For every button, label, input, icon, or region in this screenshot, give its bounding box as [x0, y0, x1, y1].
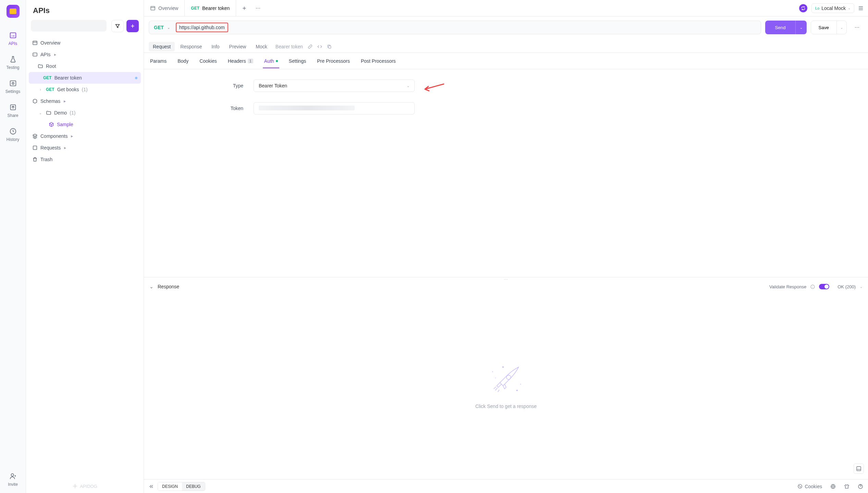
method-select[interactable]: GET ⌄	[149, 25, 175, 30]
panel-layout-button[interactable]	[854, 464, 864, 474]
search-input[interactable]	[31, 20, 107, 32]
conf-cookies[interactable]: Cookies	[198, 54, 218, 68]
help-button[interactable]	[858, 484, 863, 489]
token-redacted	[259, 106, 355, 110]
conf-headers[interactable]: Headers 1	[227, 54, 255, 68]
tab-bearer-token[interactable]: GET Bearer token	[185, 0, 236, 16]
sync-badge[interactable]	[799, 4, 807, 12]
tree-bearer-token[interactable]: GET Bearer token	[29, 72, 141, 84]
rail-settings[interactable]: Settings	[0, 76, 26, 100]
svg-point-2	[12, 82, 14, 84]
auth-type-select[interactable]: Bearer Token ⌄	[254, 80, 415, 92]
subtab-response[interactable]: Response	[176, 42, 206, 51]
tree-overview[interactable]: Overview	[29, 37, 141, 49]
conf-auth[interactable]: Auth	[263, 54, 279, 68]
filter-icon	[115, 23, 120, 29]
copy-icon[interactable]	[327, 44, 332, 49]
save-dropdown[interactable]: ⌄	[836, 21, 846, 34]
tab-overview[interactable]: Overview	[144, 0, 185, 16]
user-plus-icon	[9, 472, 17, 480]
validate-toggle[interactable]	[819, 284, 829, 289]
shirt-icon	[844, 484, 849, 489]
collapse-icon	[149, 484, 154, 489]
conf-post[interactable]: Post Processors	[359, 54, 397, 68]
sync-icon	[801, 6, 806, 11]
tab-more-button[interactable]: ⋯	[253, 3, 264, 14]
menu-button[interactable]	[858, 5, 864, 11]
app-logo[interactable]	[7, 5, 20, 18]
chevron-down-icon[interactable]: ⌄	[149, 284, 154, 289]
chevron-icon: ▶	[64, 100, 66, 103]
plus-icon	[130, 23, 135, 29]
cube-icon	[49, 122, 54, 127]
link-icon[interactable]	[308, 44, 313, 49]
rail-apis[interactable]: APIs	[0, 28, 26, 52]
apidog-icon	[72, 483, 78, 489]
filter-button[interactable]	[111, 20, 124, 32]
svg-point-15	[516, 390, 517, 391]
cookie-icon	[797, 484, 803, 489]
url-input[interactable]: https://api.github.com	[176, 23, 228, 32]
rail-invite[interactable]: Invite	[0, 469, 26, 493]
subtab-info[interactable]: Info	[207, 42, 223, 51]
svg-point-14	[506, 375, 511, 380]
send-dropdown[interactable]: ⌄	[795, 21, 807, 34]
tree-get-books[interactable]: › GET Get books (1)	[29, 84, 141, 95]
tree-sample[interactable]: Sample	[29, 119, 141, 130]
svg-rect-1	[10, 81, 16, 86]
add-button[interactable]	[126, 20, 139, 32]
new-tab-button[interactable]	[239, 3, 250, 14]
shirt-button[interactable]	[844, 484, 849, 489]
token-input[interactable]	[254, 102, 415, 115]
annotation-arrow-icon	[421, 82, 445, 92]
svg-point-19	[800, 486, 801, 487]
mode-design[interactable]: DESIGN	[158, 482, 182, 491]
tree-trash[interactable]: Trash	[29, 154, 141, 165]
conf-settings[interactable]: Settings	[288, 54, 308, 68]
share-icon	[9, 104, 17, 111]
conf-params[interactable]: Params	[149, 54, 168, 68]
chevron-down-icon: ⌄	[407, 84, 409, 88]
clock-icon	[9, 128, 17, 135]
mode-debug[interactable]: DEBUG	[182, 482, 205, 491]
panel-resize-handle[interactable]: ⋯	[144, 277, 868, 281]
subtab-preview[interactable]: Preview	[225, 42, 250, 51]
chevron-down-icon[interactable]: ⌄	[860, 285, 863, 289]
conf-body[interactable]: Body	[176, 54, 190, 68]
tree-apis[interactable]: APIs ▶	[29, 49, 141, 60]
save-button[interactable]: Save ⌄	[811, 21, 847, 34]
mode-toggle: DESIGN DEBUG	[158, 482, 205, 491]
environment-select[interactable]: Lo Local Mock ⌄	[811, 3, 854, 13]
cookies-button[interactable]: Cookies	[797, 484, 822, 489]
rail-share[interactable]: Share	[0, 100, 26, 124]
tree-requests[interactable]: Requests ▶	[29, 142, 141, 154]
tree-root[interactable]: Root	[29, 60, 141, 72]
layers-icon	[32, 133, 38, 139]
conf-pre[interactable]: Pre Processors	[316, 54, 351, 68]
sidebar: APIs Overview APIs ▶	[26, 0, 144, 493]
collapse-sidebar-button[interactable]	[149, 484, 154, 489]
svg-rect-12	[329, 46, 331, 48]
rocket-icon	[487, 362, 525, 397]
more-actions-button[interactable]: ⋯	[851, 21, 863, 34]
tree-demo[interactable]: ⌄ Demo (1)	[29, 107, 141, 119]
response-empty-state: Click Send to get a response	[144, 292, 868, 479]
trash-icon	[32, 157, 38, 162]
info-icon[interactable]	[810, 285, 815, 289]
tree-schemas[interactable]: Schemas ▶	[29, 95, 141, 107]
chevron-right-icon: ›	[38, 87, 43, 92]
send-button[interactable]: Send ⌄	[765, 21, 806, 34]
rail-history[interactable]: History	[0, 124, 26, 148]
nav-rail: APIs Testing Settings Share History Invi…	[0, 0, 26, 493]
modified-dot-icon	[135, 77, 137, 79]
response-header: ⌄ Response Validate Response OK (200) ⌄	[144, 281, 868, 292]
response-status[interactable]: OK (200)	[838, 284, 856, 289]
subtab-request[interactable]: Request	[149, 42, 175, 51]
target-button[interactable]	[830, 484, 836, 489]
url-bar: GET ⌄ https://api.github.com Send ⌄ Save…	[144, 16, 868, 38]
tree-components[interactable]: Components ▶	[29, 130, 141, 142]
code-icon[interactable]	[317, 44, 322, 49]
subtab-mock[interactable]: Mock	[252, 42, 271, 51]
dots-icon: ⋯	[855, 25, 859, 30]
rail-testing[interactable]: Testing	[0, 52, 26, 76]
